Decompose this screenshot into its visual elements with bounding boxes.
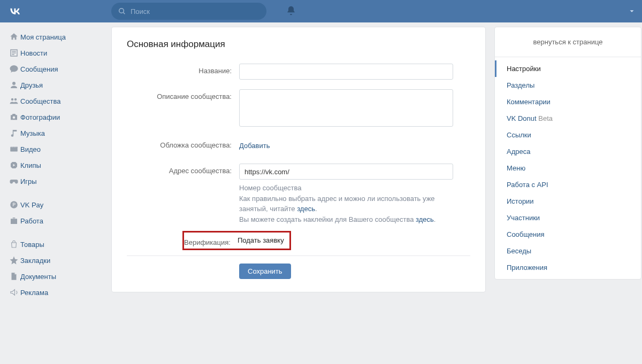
- nav-my-page[interactable]: Моя страница: [4, 29, 107, 45]
- settings-item-stories[interactable]: Истории: [495, 193, 641, 210]
- friends-icon: [7, 80, 20, 90]
- input-name[interactable]: [239, 64, 453, 80]
- header-dropdown[interactable]: [628, 0, 636, 22]
- svg-point-2: [12, 82, 16, 85]
- nav-games[interactable]: Игры: [4, 173, 107, 189]
- nav-clips[interactable]: Клипы: [4, 157, 107, 173]
- nav-label: Игры: [20, 177, 37, 185]
- nav-label: Работа: [20, 217, 43, 225]
- clips-icon: [7, 160, 20, 170]
- svg-point-4: [14, 98, 17, 101]
- chevron-down-icon: [628, 7, 636, 15]
- svg-rect-6: [10, 147, 18, 152]
- main-card: Основная информация Название: Описание с…: [111, 27, 486, 292]
- video-icon: [7, 144, 20, 154]
- address-help-link-2[interactable]: здесь: [416, 215, 434, 223]
- verification-highlight: Верификация: Подать заявку: [182, 231, 291, 250]
- svg-point-0: [119, 9, 124, 13]
- communities-icon: [7, 96, 20, 106]
- nav-video[interactable]: Видео: [4, 141, 107, 157]
- nav-label: Фотографии: [20, 113, 60, 121]
- nav-communities[interactable]: Сообщества: [4, 93, 107, 109]
- input-address[interactable]: [239, 164, 453, 180]
- home-icon: [7, 32, 20, 42]
- nav-label: Музыка: [20, 129, 45, 137]
- nav-label: VK Pay: [20, 201, 43, 209]
- search-input[interactable]: Поиск: [111, 3, 266, 20]
- address-help: Номер сообщества Как правильно выбрать а…: [239, 183, 453, 224]
- vk-logo[interactable]: [4, 0, 26, 22]
- settings-item-main[interactable]: Настройки: [495, 60, 641, 77]
- settings-item-comments[interactable]: Комментарии: [495, 94, 641, 110]
- address-help-link-1[interactable]: здесь: [297, 205, 315, 213]
- settings-item-members[interactable]: Участники: [495, 210, 641, 226]
- nav-vkpay[interactable]: VK Pay: [4, 197, 107, 213]
- camera-icon: [7, 112, 20, 122]
- nav-label: Сообщества: [20, 97, 61, 105]
- nav-label: Клипы: [20, 161, 41, 169]
- settings-item-donut[interactable]: VK Donut Beta: [495, 110, 641, 127]
- news-icon: [7, 48, 20, 58]
- settings-item-sections[interactable]: Разделы: [495, 77, 641, 94]
- settings-item-addresses[interactable]: Адреса: [495, 143, 641, 160]
- verification-link[interactable]: Подать заявку: [238, 235, 284, 246]
- back-link[interactable]: вернуться к странице: [495, 27, 641, 57]
- label-address: Адрес сообщества:: [127, 164, 239, 175]
- svg-point-5: [13, 117, 16, 119]
- ads-icon: [7, 288, 20, 297]
- svg-line-1: [123, 12, 125, 14]
- nav-friends[interactable]: Друзья: [4, 77, 107, 93]
- settings-item-messages[interactable]: Сообщения: [495, 226, 641, 243]
- vkpay-icon: [7, 200, 20, 210]
- message-icon: [7, 64, 20, 74]
- label-verification: Верификация:: [184, 235, 238, 246]
- nav-work[interactable]: Работа: [4, 213, 107, 229]
- page-title: Основная информация: [127, 39, 470, 50]
- nav-label: Сообщения: [20, 65, 58, 73]
- settings-item-links[interactable]: Ссылки: [495, 127, 641, 143]
- games-icon: [7, 176, 20, 186]
- nav-label: Реклама: [20, 289, 48, 297]
- svg-point-3: [11, 98, 14, 101]
- settings-sidebar: вернуться к странице Настройки Разделы К…: [494, 27, 641, 280]
- nav-photos[interactable]: Фотографии: [4, 109, 107, 125]
- nav-label: Друзья: [20, 81, 43, 89]
- search-icon: [118, 7, 126, 16]
- nav-news[interactable]: Новости: [4, 45, 107, 61]
- nav-music[interactable]: Музыка: [4, 125, 107, 141]
- nav-messages[interactable]: Сообщения: [4, 61, 107, 77]
- document-icon: [7, 272, 20, 281]
- nav-label: Видео: [20, 145, 41, 153]
- nav-documents[interactable]: Документы: [4, 268, 107, 284]
- market-icon: [7, 239, 20, 249]
- nav-bookmarks[interactable]: Закладки: [4, 252, 107, 268]
- work-icon: [7, 216, 20, 226]
- nav-label: Документы: [20, 273, 56, 281]
- left-nav: Моя страница Новости Сообщения Друзья Со…: [0, 27, 107, 300]
- nav-label: Моя страница: [20, 33, 66, 41]
- settings-item-menu[interactable]: Меню: [495, 160, 641, 176]
- nav-market[interactable]: Товары: [4, 236, 107, 252]
- label-cover: Обложка сообщества:: [127, 138, 239, 149]
- save-button[interactable]: Сохранить: [239, 264, 291, 279]
- settings-item-api[interactable]: Работа с API: [495, 176, 641, 193]
- cover-add-link[interactable]: Добавить: [239, 142, 270, 150]
- label-description: Описание сообщества:: [127, 89, 239, 100]
- label-name: Название:: [127, 64, 239, 75]
- nav-label: Новости: [20, 49, 47, 57]
- nav-label: Товары: [20, 241, 44, 249]
- search-placeholder: Поиск: [131, 7, 150, 16]
- settings-item-apps[interactable]: Приложения: [495, 259, 641, 276]
- settings-item-chats[interactable]: Беседы: [495, 243, 641, 259]
- textarea-description[interactable]: [239, 89, 453, 127]
- nav-ads[interactable]: Реклама: [4, 284, 107, 300]
- music-icon: [7, 128, 20, 138]
- top-header: Поиск: [0, 0, 642, 22]
- notifications-icon[interactable]: [286, 5, 296, 18]
- star-icon: [7, 255, 20, 265]
- nav-label: Закладки: [20, 257, 50, 265]
